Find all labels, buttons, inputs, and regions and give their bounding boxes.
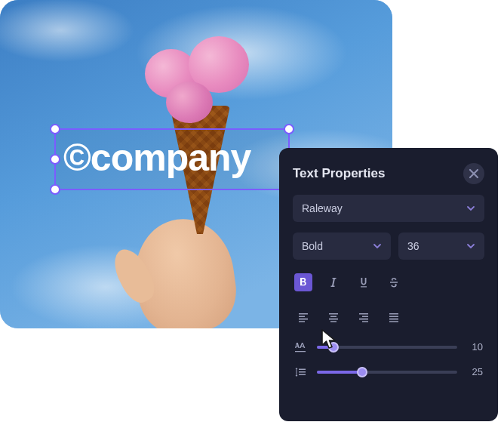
line-height-slider[interactable] (317, 371, 457, 374)
font-weight-select[interactable]: Bold (293, 233, 391, 260)
font-family-value: Raleway (302, 202, 343, 214)
chevron-down-icon (466, 242, 475, 251)
align-justify-button[interactable] (385, 308, 403, 326)
watermark-text[interactable]: ©company (63, 136, 250, 180)
text-align-row (293, 305, 484, 329)
align-left-icon (297, 311, 309, 323)
resize-handle-bottom-left[interactable] (50, 184, 60, 195)
resize-handle-top-left[interactable] (50, 124, 60, 134)
close-icon (469, 168, 479, 179)
letter-spacing-row: 10 (293, 340, 484, 354)
bold-icon (297, 276, 309, 288)
underline-icon (358, 276, 370, 288)
chevron-down-icon (373, 242, 382, 251)
close-button[interactable] (463, 163, 484, 184)
align-center-icon (327, 311, 340, 323)
italic-button[interactable] (324, 273, 343, 291)
align-left-button[interactable] (294, 308, 312, 326)
underline-button[interactable] (355, 273, 373, 291)
line-height-row: 25 (293, 365, 484, 379)
panel-title: Text Properties (293, 166, 386, 181)
text-style-row (293, 270, 484, 294)
line-height-icon (294, 367, 308, 377)
resize-handle-mid-left[interactable] (50, 154, 60, 165)
text-properties-panel: Text Properties Raleway Bold 36 (279, 148, 498, 421)
align-right-button[interactable] (355, 308, 373, 326)
align-right-icon (358, 311, 370, 323)
text-selection-box[interactable]: ©company (54, 128, 290, 190)
font-size-select[interactable]: 36 (398, 233, 484, 260)
strikethrough-icon (388, 276, 400, 288)
chevron-down-icon (466, 204, 475, 213)
letter-spacing-icon (294, 342, 308, 353)
italic-icon (327, 276, 340, 288)
slider-thumb[interactable] (328, 342, 339, 353)
align-justify-icon (388, 311, 400, 323)
letter-spacing-value: 10 (466, 341, 483, 353)
slider-thumb[interactable] (357, 367, 367, 377)
font-size-value: 36 (407, 240, 419, 252)
strikethrough-button[interactable] (385, 273, 403, 291)
letter-spacing-slider[interactable] (317, 346, 457, 349)
font-weight-value: Bold (302, 240, 323, 252)
resize-handle-top-right[interactable] (284, 124, 294, 134)
line-height-value: 25 (466, 366, 483, 377)
font-family-select[interactable]: Raleway (293, 195, 484, 222)
bold-button[interactable] (294, 273, 312, 291)
align-center-button[interactable] (324, 308, 343, 326)
